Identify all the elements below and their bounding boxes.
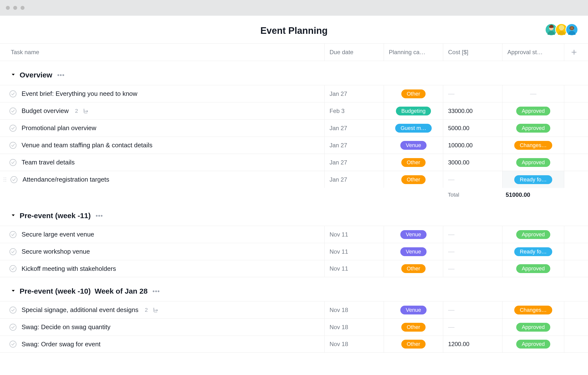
task-category[interactable]: Budgeting (384, 102, 443, 119)
window-close-button[interactable] (6, 6, 10, 10)
col-due-date[interactable]: Due date (324, 44, 384, 61)
task-category[interactable]: Venue (384, 137, 443, 154)
section: Pre-event (week -10)Week of Jan 28 ••• S… (0, 277, 588, 353)
task-name: Secure workshop venue (22, 248, 90, 255)
task-status[interactable]: Ready fo… (502, 171, 564, 188)
task-due-date[interactable]: Jan 27 (324, 154, 384, 171)
task-row[interactable]: Swag: Decide on swag quantity Nov 18 Oth… (0, 318, 588, 336)
avatar[interactable] (565, 23, 578, 36)
task-status[interactable]: Changes… (502, 137, 564, 154)
task-status[interactable]: Approved (502, 102, 564, 119)
task-cost[interactable]: 1200.00 (443, 336, 502, 352)
task-name: Venue and team staffing plan & contact d… (22, 141, 152, 149)
section-title: Pre-event (week -10) (20, 287, 91, 295)
section-collapse-icon[interactable] (11, 288, 16, 294)
category-pill: Venue (400, 230, 426, 239)
window-minimize-button[interactable] (13, 6, 17, 10)
section-more-icon[interactable]: ••• (96, 212, 103, 220)
task-name: Attendance/registration targets (23, 176, 109, 183)
complete-checkbox-icon[interactable] (9, 306, 17, 314)
section-more-icon[interactable]: ••• (152, 288, 160, 295)
task-category[interactable]: Venue (384, 226, 443, 243)
task-status[interactable]: Approved (502, 154, 564, 171)
task-cost[interactable]: — (443, 226, 502, 243)
col-task-name[interactable]: Task name (0, 44, 324, 61)
category-pill: Other (401, 323, 426, 332)
task-row[interactable]: Venue and team staffing plan & contact d… (0, 137, 588, 154)
complete-checkbox-icon[interactable] (9, 265, 17, 272)
task-category[interactable]: Other (384, 154, 443, 171)
task-row[interactable]: Secure large event venue Nov 11 Venue — … (0, 226, 588, 243)
task-category[interactable]: Other (384, 85, 443, 102)
complete-checkbox-icon[interactable] (9, 248, 17, 255)
section-collapse-icon[interactable] (11, 213, 16, 219)
task-status[interactable]: Changes… (502, 301, 564, 318)
drag-handle-icon[interactable] (2, 177, 7, 182)
col-status[interactable]: Approval st… (502, 44, 564, 61)
task-category[interactable]: Venue (384, 301, 443, 318)
task-cost[interactable]: — (443, 85, 502, 102)
task-status[interactable]: Approved (502, 260, 564, 277)
task-due-date[interactable]: Feb 3 (324, 102, 384, 119)
task-row[interactable]: Promotional plan overview Jan 27 Guest m… (0, 119, 588, 137)
task-row[interactable]: Kickoff meeting with stakeholders Nov 11… (0, 260, 588, 277)
task-cost[interactable]: — (443, 260, 502, 277)
section-more-icon[interactable]: ••• (57, 71, 64, 79)
section-collapse-icon[interactable] (11, 72, 16, 78)
complete-checkbox-icon[interactable] (9, 107, 17, 115)
complete-checkbox-icon[interactable] (9, 90, 17, 98)
task-row[interactable]: Budget overview2 Feb 3 Budgeting 33000.0… (0, 102, 588, 119)
task-row[interactable]: Team travel details Jan 27 Other 3000.00… (0, 154, 588, 171)
complete-checkbox-icon[interactable] (9, 231, 17, 238)
task-due-date[interactable]: Jan 27 (324, 85, 384, 102)
task-row[interactable]: Special signage, additional event design… (0, 301, 588, 318)
category-pill: Venue (400, 247, 426, 256)
task-row[interactable]: Secure workshop venue Nov 11 Venue — Rea… (0, 243, 588, 260)
complete-checkbox-icon[interactable] (9, 142, 17, 149)
complete-checkbox-icon[interactable] (9, 340, 17, 348)
task-due-date[interactable]: Nov 11 (324, 243, 384, 260)
col-category[interactable]: Planning ca… (384, 44, 443, 61)
task-cost[interactable]: — (443, 319, 502, 336)
complete-checkbox-icon[interactable] (10, 176, 18, 183)
task-due-date[interactable]: Nov 11 (324, 260, 384, 277)
task-status[interactable]: Approved (502, 319, 564, 336)
task-status[interactable]: Approved (502, 226, 564, 243)
task-category[interactable]: Venue (384, 243, 443, 260)
task-status[interactable]: Approved (502, 120, 564, 137)
task-status[interactable]: Approved (502, 336, 564, 352)
task-due-date[interactable]: Nov 18 (324, 336, 384, 352)
task-category[interactable]: Other (384, 319, 443, 336)
task-cost[interactable]: 10000.00 (443, 137, 502, 154)
task-row[interactable]: Event brief: Everything you need to know… (0, 85, 588, 102)
task-cost[interactable]: 3000.00 (443, 154, 502, 171)
task-category[interactable]: Other (384, 171, 443, 188)
task-cost[interactable]: — (443, 301, 502, 318)
complete-checkbox-icon[interactable] (9, 159, 17, 166)
task-due-date[interactable]: Jan 27 (324, 120, 384, 137)
window-zoom-button[interactable] (21, 6, 24, 10)
task-cost[interactable]: 33000.00 (443, 102, 502, 119)
col-cost[interactable]: Cost [$] (443, 44, 502, 61)
task-status[interactable]: Ready fo… (502, 243, 564, 260)
task-due-date[interactable]: Nov 11 (324, 226, 384, 243)
task-cost[interactable]: 5000.00 (443, 120, 502, 137)
task-row[interactable]: Attendance/registration targets Jan 27 O… (0, 171, 588, 188)
section-header[interactable]: Overview ••• (0, 61, 588, 85)
task-category[interactable]: Other (384, 260, 443, 277)
task-cost[interactable]: — (443, 171, 502, 188)
task-due-date[interactable]: Nov 18 (324, 319, 384, 336)
task-due-date[interactable]: Jan 27 (324, 137, 384, 154)
task-row[interactable]: Swag: Order swag for event Nov 18 Other … (0, 336, 588, 353)
task-due-date[interactable]: Jan 27 (324, 171, 384, 188)
complete-checkbox-icon[interactable] (9, 125, 17, 132)
section-header[interactable]: Pre-event (week -11) ••• (0, 202, 588, 226)
section-header[interactable]: Pre-event (week -10)Week of Jan 28 ••• (0, 277, 588, 301)
task-category[interactable]: Guest m… (384, 120, 443, 137)
task-category[interactable]: Other (384, 336, 443, 352)
add-column-button[interactable] (564, 44, 584, 61)
task-due-date[interactable]: Nov 18 (324, 301, 384, 318)
task-cost[interactable]: — (443, 243, 502, 260)
complete-checkbox-icon[interactable] (9, 324, 17, 331)
task-status[interactable]: — (502, 85, 564, 102)
